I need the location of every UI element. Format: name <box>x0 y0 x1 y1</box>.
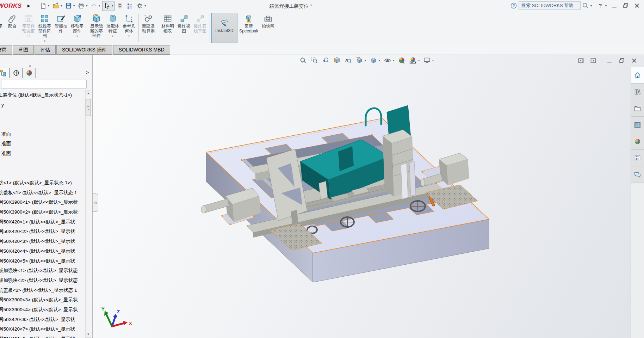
show-hidden-components-button[interactable]: 显示隐 藏的零 部件 <box>88 13 105 39</box>
tree-filter-box[interactable] <box>1 80 87 88</box>
dropdown-caret-icon[interactable]: ▾ <box>86 4 87 7</box>
save-button[interactable]: ▾ <box>64 1 76 11</box>
dropdown-caret-icon[interactable]: ▾ <box>44 39 45 44</box>
dropdown-caret-icon[interactable]: ▾ <box>379 59 380 62</box>
scrollbar-thumb[interactable] <box>86 99 91 116</box>
tree-item[interactable]: 工装变位 (默认<默认_显示状态-1>) <box>0 90 85 100</box>
dropdown-caret-icon[interactable]: ▾ <box>112 4 113 7</box>
print-button[interactable]: ▾ <box>77 1 88 11</box>
tree-item[interactable] <box>0 168 85 178</box>
tab-solidworks-mbd[interactable]: SOLIDWORKS MBD <box>113 45 170 55</box>
help-caret-icon[interactable]: ▾ <box>605 4 607 7</box>
panel-splitter-handle[interactable] <box>93 193 98 212</box>
tree-item[interactable]: 网50X3900<4> (默认<<默认>_显示状 <box>0 305 85 315</box>
dropdown-caret-icon[interactable]: ▾ <box>112 34 113 39</box>
instant3d-button[interactable]: Instant3D <box>211 13 237 43</box>
dropdown-caret-icon[interactable]: ▾ <box>144 4 146 7</box>
scroll-up-icon[interactable]: ▲ <box>86 91 91 96</box>
tab-evaluate[interactable]: 评估 <box>35 45 56 55</box>
exploded-view-button[interactable]: 爆炸视 图 <box>176 13 192 34</box>
minimize-app-button[interactable] <box>611 2 618 9</box>
restore-document-button[interactable] <box>618 57 626 64</box>
search-caret-icon[interactable]: ▾ <box>590 4 592 7</box>
dropdown-caret-icon[interactable]: ▾ <box>61 4 62 7</box>
apply-scene-button[interactable]: ▾ <box>408 56 421 65</box>
linear-pattern-button[interactable]: 线性零 部件阵 列 ▾ <box>37 13 53 44</box>
insert-component-button[interactable]: 插入零 部件 ▾ <box>0 13 4 39</box>
tab-sketch[interactable]: 草图 <box>13 45 34 55</box>
dropdown-caret-icon[interactable]: ▾ <box>432 59 434 62</box>
update-speedpak-button[interactable]: 更新 Speedpak <box>237 13 260 34</box>
reference-geometry-button[interactable]: 参考几 何体 ▾ <box>121 13 137 39</box>
taskpane-forum-tab[interactable] <box>631 166 644 183</box>
move-component-button[interactable]: 移动零 部件 ▾ <box>69 13 85 39</box>
tree-item[interactable]: 准面 <box>0 129 85 139</box>
dropdown-caret-icon[interactable]: ▾ <box>393 59 394 62</box>
tree-item[interactable]: 坑盖板<1> (默认<<默认>_显示状态 1 <box>0 188 85 198</box>
tree-item[interactable]: 网50X420<8> (默认<<默认>_显示状 <box>0 334 85 338</box>
mate-button[interactable]: 配合 <box>4 13 20 29</box>
tree-item[interactable] <box>0 110 85 119</box>
options-list-button[interactable] <box>125 1 134 11</box>
tree-item[interactable]: 网50X420<1> (默认<<默认>_显示状 <box>0 217 85 227</box>
dropdown-caret-icon[interactable]: ▾ <box>48 4 49 7</box>
tree-item[interactable] <box>0 119 85 129</box>
view-orientation-button[interactable]: ▾ <box>354 56 367 65</box>
snapshot-button[interactable]: 拍快照 <box>260 13 276 29</box>
section-view-button[interactable] <box>332 56 342 65</box>
view-settings-button[interactable]: ▾ <box>422 56 435 65</box>
restore-app-button[interactable] <box>622 2 629 9</box>
tree-item[interactable]: 准面 <box>0 139 85 149</box>
tree-scrollbar[interactable]: ▲ ▼ <box>85 90 91 338</box>
tree-item[interactable]: 网50X3900<2> (默认<<默认>_显示状 <box>0 207 85 217</box>
displaymanager-tab[interactable] <box>23 68 36 78</box>
propertymanager-tab[interactable] <box>10 68 23 78</box>
interference-detection-button[interactable] <box>116 1 124 11</box>
panel-splitter-knob[interactable] <box>29 65 31 67</box>
taskpane-custom-properties-tab[interactable] <box>631 150 644 166</box>
collapse-panel-left-button[interactable] <box>577 57 585 64</box>
bill-of-materials-button[interactable]: 材料明 细表 <box>160 13 176 34</box>
tree-item[interactable]: 网50X3900<3> (默认<<默认>_显示状 <box>0 295 85 305</box>
hide-show-items-button[interactable]: ▾ <box>382 56 396 65</box>
dropdown-caret-icon[interactable]: ▾ <box>99 4 100 7</box>
tree-item[interactable]: 坑<1> (默认<<默认>_显示状态 1>) <box>0 178 85 188</box>
tree-item[interactable]: 网50X420<4> (默认<<默认>_显示状 <box>0 246 85 256</box>
new-motion-study-button[interactable]: * 新建运 动算例 <box>140 13 156 34</box>
tree-item[interactable]: 坑盖板<2> (默认<<默认>_显示状态 1 <box>0 285 85 295</box>
assembly-features-button[interactable]: 装配体 特征 ▾ <box>105 13 121 39</box>
minimize-document-button[interactable] <box>605 57 614 64</box>
close-document-button[interactable] <box>630 57 638 64</box>
tab-solidworks-addins[interactable]: SOLIDWORKS 插件 <box>56 45 112 55</box>
dropdown-caret-icon[interactable]: ▾ <box>128 34 130 39</box>
display-style-button[interactable]: ▾ <box>368 56 382 65</box>
tree-item[interactable]: 板加强块<1> (默认<<默认>_显示状态 <box>0 266 85 276</box>
smart-fasteners-button[interactable]: 智能扣 件 <box>53 13 69 34</box>
tree-item[interactable]: 板加强块<2> (默认<<默认>_显示状态 <box>0 276 85 285</box>
taskpane-home-tab[interactable] <box>631 67 644 84</box>
dropdown-caret-icon[interactable]: ▾ <box>73 4 75 7</box>
edit-appearance-button[interactable] <box>396 56 407 65</box>
tree-item[interactable]: 网50X3900<1> (默认<<默认>_显示状 <box>0 198 85 208</box>
zoom-to-area-button[interactable] <box>309 56 320 65</box>
panel-expand-chevron[interactable]: > <box>86 70 89 75</box>
tree-item[interactable]: 网50X420<3> (默认<<默认>_显示状 <box>0 236 85 246</box>
settings-button[interactable]: ▾ <box>135 1 147 11</box>
taskpane-appearances-tab[interactable] <box>631 133 644 150</box>
tree-item[interactable]: 网50X420<2> (默认<<默认>_显示状 <box>0 227 85 237</box>
3d-model[interactable] <box>201 105 489 282</box>
undo-button[interactable]: ▾ <box>89 1 101 11</box>
component-preview-button[interactable]: 零部件 预览窗 口 <box>20 13 37 39</box>
search-icon[interactable] <box>582 2 589 9</box>
tree-item[interactable]: y <box>0 100 85 110</box>
dropdown-caret-icon[interactable]: ▾ <box>76 34 78 39</box>
dropdown-caret-icon[interactable]: ▾ <box>418 59 420 62</box>
tree-item[interactable]: 网50X420<6> (默认<<默认>_显示状 <box>0 315 85 325</box>
scroll-down-icon[interactable]: ▼ <box>86 332 91 337</box>
new-document-button[interactable]: ▾ <box>39 1 50 11</box>
tab-layout[interactable]: 布局 <box>0 45 12 55</box>
tree-item[interactable]: 网50X420<7> (默认<<默认>_显示状 <box>0 325 85 334</box>
solidworks-help-search-input[interactable]: 搜索 SOLIDWORKS 帮助 <box>519 1 581 10</box>
featuremanager-tab[interactable] <box>0 68 10 78</box>
explode-line-sketch-button[interactable]: 爆炸直 线草图 <box>192 13 208 34</box>
